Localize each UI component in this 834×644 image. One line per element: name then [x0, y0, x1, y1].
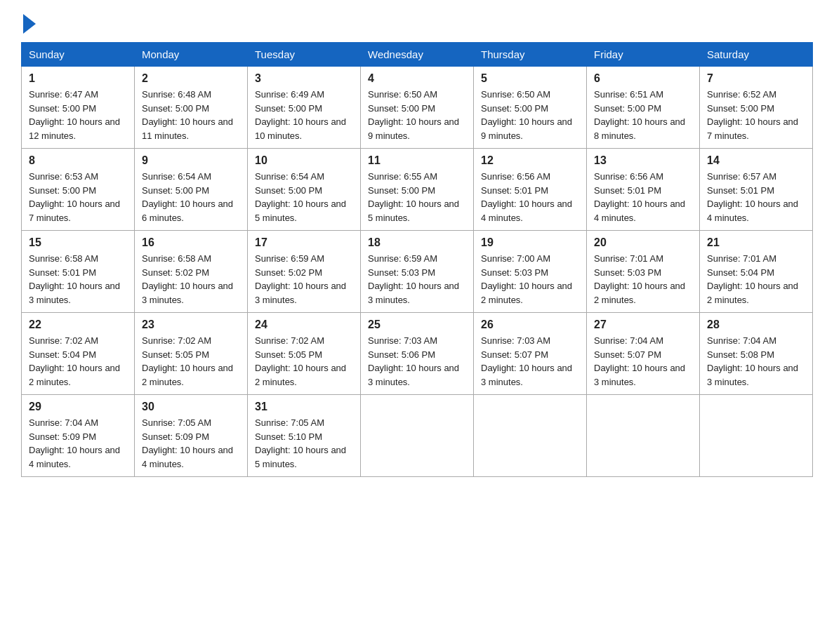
calendar-cell: 2 Sunrise: 6:48 AMSunset: 5:00 PMDayligh…	[135, 67, 248, 149]
calendar-cell: 9 Sunrise: 6:54 AMSunset: 5:00 PMDayligh…	[135, 149, 248, 231]
day-info: Sunrise: 6:53 AMSunset: 5:00 PMDaylight:…	[29, 170, 127, 224]
day-info: Sunrise: 6:49 AMSunset: 5:00 PMDaylight:…	[255, 88, 353, 142]
calendar-cell	[474, 395, 587, 477]
day-info: Sunrise: 6:57 AMSunset: 5:01 PMDaylight:…	[707, 170, 805, 224]
calendar-table: Sunday Monday Tuesday Wednesday Thursday…	[21, 42, 813, 477]
col-sunday: Sunday	[22, 43, 135, 67]
day-number: 18	[368, 236, 466, 249]
day-number: 20	[594, 236, 692, 249]
day-number: 7	[707, 72, 805, 85]
day-info: Sunrise: 6:50 AMSunset: 5:00 PMDaylight:…	[481, 88, 579, 142]
day-info: Sunrise: 7:04 AMSunset: 5:08 PMDaylight:…	[707, 334, 805, 389]
calendar-cell	[361, 395, 474, 477]
svg-marker-0	[23, 14, 36, 34]
day-info: Sunrise: 6:58 AMSunset: 5:02 PMDaylight:…	[142, 252, 240, 307]
day-info: Sunrise: 6:48 AMSunset: 5:00 PMDaylight:…	[142, 88, 240, 142]
calendar-week-5: 29 Sunrise: 7:04 AMSunset: 5:09 PMDaylig…	[22, 395, 813, 477]
calendar-cell: 17 Sunrise: 6:59 AMSunset: 5:02 PMDaylig…	[248, 231, 361, 313]
day-info: Sunrise: 6:47 AMSunset: 5:00 PMDaylight:…	[29, 88, 127, 142]
calendar-week-1: 1 Sunrise: 6:47 AMSunset: 5:00 PMDayligh…	[22, 67, 813, 149]
day-number: 22	[29, 318, 127, 331]
day-info: Sunrise: 7:02 AMSunset: 5:05 PMDaylight:…	[142, 334, 240, 389]
day-info: Sunrise: 6:56 AMSunset: 5:01 PMDaylight:…	[481, 170, 579, 224]
calendar-cell: 8 Sunrise: 6:53 AMSunset: 5:00 PMDayligh…	[22, 149, 135, 231]
calendar-cell: 14 Sunrise: 6:57 AMSunset: 5:01 PMDaylig…	[700, 149, 813, 231]
page-header	[21, 14, 813, 31]
day-info: Sunrise: 7:04 AMSunset: 5:09 PMDaylight:…	[29, 416, 127, 471]
calendar-cell: 6 Sunrise: 6:51 AMSunset: 5:00 PMDayligh…	[587, 67, 700, 149]
calendar-cell	[700, 395, 813, 477]
day-number: 5	[481, 72, 579, 85]
day-number: 13	[594, 154, 692, 167]
day-number: 26	[481, 318, 579, 331]
day-number: 30	[142, 401, 240, 413]
day-number: 19	[481, 236, 579, 249]
col-saturday: Saturday	[700, 43, 813, 67]
day-number: 3	[255, 72, 353, 85]
day-number: 1	[29, 72, 127, 85]
calendar-header: Sunday Monday Tuesday Wednesday Thursday…	[22, 43, 813, 67]
calendar-cell: 18 Sunrise: 6:59 AMSunset: 5:03 PMDaylig…	[361, 231, 474, 313]
day-info: Sunrise: 6:50 AMSunset: 5:00 PMDaylight:…	[368, 88, 466, 142]
col-monday: Monday	[135, 43, 248, 67]
day-info: Sunrise: 6:59 AMSunset: 5:02 PMDaylight:…	[255, 252, 353, 307]
col-wednesday: Wednesday	[361, 43, 474, 67]
calendar-cell: 7 Sunrise: 6:52 AMSunset: 5:00 PMDayligh…	[700, 67, 813, 149]
day-info: Sunrise: 6:58 AMSunset: 5:01 PMDaylight:…	[29, 252, 127, 307]
col-thursday: Thursday	[474, 43, 587, 67]
logo	[21, 14, 36, 31]
day-number: 16	[142, 236, 240, 249]
day-number: 25	[368, 318, 466, 331]
calendar-cell: 1 Sunrise: 6:47 AMSunset: 5:00 PMDayligh…	[22, 67, 135, 149]
calendar-cell: 28 Sunrise: 7:04 AMSunset: 5:08 PMDaylig…	[700, 313, 813, 395]
day-number: 23	[142, 318, 240, 331]
day-number: 28	[707, 318, 805, 331]
day-number: 27	[594, 318, 692, 331]
calendar-cell: 26 Sunrise: 7:03 AMSunset: 5:07 PMDaylig…	[474, 313, 587, 395]
day-number: 6	[594, 72, 692, 85]
calendar-week-4: 22 Sunrise: 7:02 AMSunset: 5:04 PMDaylig…	[22, 313, 813, 395]
day-number: 12	[481, 154, 579, 167]
day-number: 11	[368, 154, 466, 167]
day-info: Sunrise: 6:59 AMSunset: 5:03 PMDaylight:…	[368, 252, 466, 307]
calendar-cell: 10 Sunrise: 6:54 AMSunset: 5:00 PMDaylig…	[248, 149, 361, 231]
calendar-cell	[587, 395, 700, 477]
calendar-cell: 21 Sunrise: 7:01 AMSunset: 5:04 PMDaylig…	[700, 231, 813, 313]
calendar-cell: 11 Sunrise: 6:55 AMSunset: 5:00 PMDaylig…	[361, 149, 474, 231]
col-friday: Friday	[587, 43, 700, 67]
day-info: Sunrise: 7:05 AMSunset: 5:09 PMDaylight:…	[142, 416, 240, 471]
calendar-cell: 23 Sunrise: 7:02 AMSunset: 5:05 PMDaylig…	[135, 313, 248, 395]
day-info: Sunrise: 6:56 AMSunset: 5:01 PMDaylight:…	[594, 170, 692, 224]
day-number: 14	[707, 154, 805, 167]
day-number: 21	[707, 236, 805, 249]
calendar-cell: 4 Sunrise: 6:50 AMSunset: 5:00 PMDayligh…	[361, 67, 474, 149]
day-number: 4	[368, 72, 466, 85]
calendar-week-3: 15 Sunrise: 6:58 AMSunset: 5:01 PMDaylig…	[22, 231, 813, 313]
day-number: 29	[29, 401, 127, 413]
day-number: 9	[142, 154, 240, 167]
calendar-cell: 3 Sunrise: 6:49 AMSunset: 5:00 PMDayligh…	[248, 67, 361, 149]
calendar-cell: 13 Sunrise: 6:56 AMSunset: 5:01 PMDaylig…	[587, 149, 700, 231]
day-number: 17	[255, 236, 353, 249]
day-info: Sunrise: 7:02 AMSunset: 5:04 PMDaylight:…	[29, 334, 127, 389]
day-info: Sunrise: 7:02 AMSunset: 5:05 PMDaylight:…	[255, 334, 353, 389]
day-info: Sunrise: 7:03 AMSunset: 5:07 PMDaylight:…	[481, 334, 579, 389]
logo-arrow-icon	[23, 14, 36, 34]
day-info: Sunrise: 7:01 AMSunset: 5:04 PMDaylight:…	[707, 252, 805, 307]
day-info: Sunrise: 6:54 AMSunset: 5:00 PMDaylight:…	[142, 170, 240, 224]
calendar-cell: 22 Sunrise: 7:02 AMSunset: 5:04 PMDaylig…	[22, 313, 135, 395]
calendar-cell: 12 Sunrise: 6:56 AMSunset: 5:01 PMDaylig…	[474, 149, 587, 231]
day-info: Sunrise: 7:04 AMSunset: 5:07 PMDaylight:…	[594, 334, 692, 389]
calendar-body: 1 Sunrise: 6:47 AMSunset: 5:00 PMDayligh…	[22, 67, 813, 477]
day-info: Sunrise: 6:52 AMSunset: 5:00 PMDaylight:…	[707, 88, 805, 142]
day-info: Sunrise: 7:03 AMSunset: 5:06 PMDaylight:…	[368, 334, 466, 389]
calendar-cell: 30 Sunrise: 7:05 AMSunset: 5:09 PMDaylig…	[135, 395, 248, 477]
calendar-cell: 5 Sunrise: 6:50 AMSunset: 5:00 PMDayligh…	[474, 67, 587, 149]
day-number: 8	[29, 154, 127, 167]
calendar-cell: 31 Sunrise: 7:05 AMSunset: 5:10 PMDaylig…	[248, 395, 361, 477]
calendar-cell: 16 Sunrise: 6:58 AMSunset: 5:02 PMDaylig…	[135, 231, 248, 313]
day-info: Sunrise: 7:05 AMSunset: 5:10 PMDaylight:…	[255, 416, 353, 471]
calendar-cell: 15 Sunrise: 6:58 AMSunset: 5:01 PMDaylig…	[22, 231, 135, 313]
day-info: Sunrise: 7:00 AMSunset: 5:03 PMDaylight:…	[481, 252, 579, 307]
day-number: 15	[29, 236, 127, 249]
